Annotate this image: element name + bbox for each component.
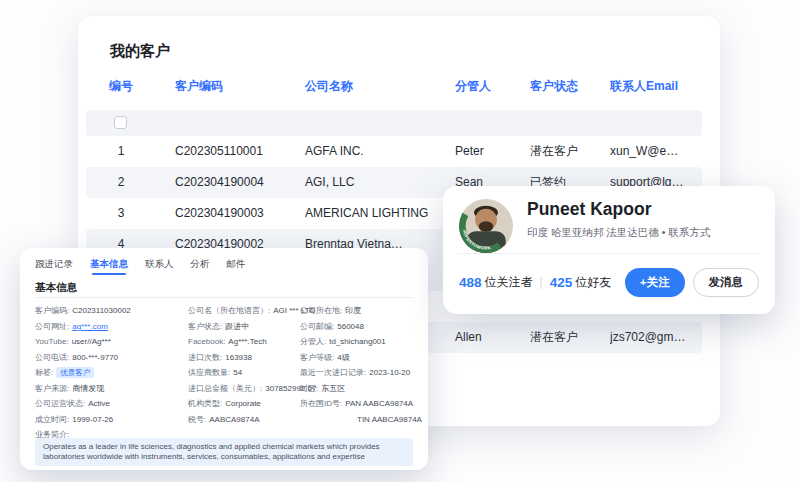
cell-status: 潜在客户 [530,322,578,353]
select-all-row [86,110,702,136]
field-label: 公司运营状态: [35,399,85,408]
field-label: 公司电话: [35,353,69,362]
field-label: 税号: [188,415,206,424]
field-label: 进口次数: [188,353,222,362]
contact-stats: 488 位关注者 | 425 位好友 [459,274,611,291]
followers-count: 488 [459,275,482,290]
cell-email: xun_W@e… [610,136,678,167]
cell-no: 3 [86,198,156,229]
website-link[interactable]: ag***.com [72,322,108,331]
field-value: 1999-07-26 [72,415,113,424]
detail-field: 公司运营状态:Active [35,398,188,409]
quality-customer-tag: 优质客户 [56,367,94,378]
detail-field: 最近一次进口记录:2023-10-20 [300,367,425,378]
field-label: 成立时间: [35,415,69,424]
table-header-row: 编号 客户编码 公司名称 分管人 客户状态 联系人Email [86,78,702,98]
field-value: AABCA9874A [209,415,259,424]
field-label: 客户等级: [300,353,334,362]
profile-actions: +关注 发消息 [625,268,759,297]
field-value: td_shichang001 [329,337,386,346]
friends-count: 425 [550,275,573,290]
detail-field: 公司名（所在地语言）:AGI *** LTD [188,305,300,316]
message-button[interactable]: 发消息 [693,268,760,297]
cell-manager: Peter [455,136,484,167]
divider [35,297,413,298]
field-label: 公司名（所在地语言）: [188,306,270,315]
column-header-email: 联系人Email [610,78,678,95]
column-header-manager: 分管人 [455,78,491,95]
follow-button[interactable]: +关注 [625,268,685,297]
detail-field: 公司电话:800-***-9770 [35,352,188,363]
avatar: #OPENTOWORK [459,199,513,253]
field-label: YouTube: [35,337,69,346]
detail-field: 公司网址:ag***.com [35,321,188,332]
customer-detail-card: 跟进记录基本信息联系人分析邮件 基本信息 客户编码:C202311030002公… [20,248,428,470]
detail-field: 时区:东五区 [300,383,425,394]
field-label: 公司所在地: [300,306,342,315]
cell-company: AMERICAN LIGHTING [305,198,428,229]
detail-tab[interactable]: 邮件 [227,258,246,275]
detail-field: 分管人:td_shichang001 [300,336,425,347]
stats-separator: | [540,275,543,289]
field-value: 跟进中 [225,322,249,331]
detail-field: 进口总金额（美元）:307852992.67 [188,383,300,394]
detail-field: 客户状态:跟进中 [188,321,300,332]
detail-field: 机构类型:Corporate [188,398,300,409]
cell-manager: Allen [455,322,482,353]
field-value: 800-***-9770 [72,353,118,362]
field-label: 客户来源: [35,384,69,393]
detail-field: 标签:优质客户 [35,367,188,378]
field-label: 时区: [300,384,318,393]
field-value: 2023-10-20 [369,368,410,377]
detail-field: 客户来源:商情发现 [35,383,188,394]
cell-code: C202304190003 [175,198,264,229]
field-value: 4级 [337,353,349,362]
cell-company: AGFA INC. [305,136,364,167]
field-label: 客户编码: [35,306,69,315]
field-value: TIN AABCA9874A [357,415,422,424]
detail-field: 公司所在地:印度 [300,305,425,316]
column-header-no: 编号 [86,78,156,95]
section-title: 基本信息 [35,281,77,295]
field-label: 所在国ID号: [300,399,342,408]
detail-field: Facebook:Ag***.Tech [188,337,300,346]
field-value: 东五区 [321,384,345,393]
detail-field: 客户编码:C202311030002 [35,305,188,316]
divider [458,253,760,254]
field-label: 最近一次进口记录: [300,368,366,377]
detail-field: 供应商数量:54 [188,367,300,378]
detail-field: 客户等级:4级 [300,352,425,363]
detail-fields-grid: 客户编码:C202311030002公司名（所在地语言）:AGI *** LTD… [35,303,425,443]
column-header-code: 客户编码 [175,78,223,95]
detail-tabs: 跟进记录基本信息联系人分析邮件 [35,258,246,275]
detail-tab[interactable]: 跟进记录 [35,258,73,275]
cell-company: AGI, LLC [305,167,354,198]
detail-field: 进口次数:163938 [188,352,300,363]
cell-no: 1 [86,136,156,167]
field-label: 客户状态: [188,322,222,331]
cell-status: 潜在客户 [530,136,578,167]
detail-tab[interactable]: 基本信息 [90,258,128,275]
profile-footer: 488 位关注者 | 425 位好友 +关注 发消息 [459,265,759,299]
page-title: 我的客户 [110,42,170,61]
field-label: 公司网址: [35,322,69,331]
detail-tab[interactable]: 联系人 [145,258,174,275]
field-value: Active [88,399,110,408]
field-label: 分管人: [300,337,326,346]
field-value: 163938 [225,353,252,362]
detail-field: 成立时间:1999-07-26 [35,414,188,425]
select-all-checkbox[interactable] [114,116,127,129]
detail-field: TIN AABCA9874A [300,415,425,424]
cell-code: C202305110001 [175,136,263,167]
avatar-photo: #OPENTOWORK [459,199,513,253]
field-label: Facebook: [188,337,225,346]
detail-tab[interactable]: 分析 [191,258,210,275]
field-label: 进口总金额（美元）: [188,384,262,393]
contact-profile-card: #OPENTOWORK Puneet Kapoor 印度 哈里亚纳邦 法里达巴德… [443,186,775,314]
table-row[interactable]: 1C202305110001AGFA INC.Peter潜在客户xun_W@e… [86,136,702,167]
followers-label: 位关注者 [485,274,533,291]
detail-field: 税号:AABCA9874A [188,414,300,425]
field-value: C202311030002 [72,306,131,315]
friends-label: 位好友 [575,274,611,291]
field-value: 560048 [337,322,364,331]
